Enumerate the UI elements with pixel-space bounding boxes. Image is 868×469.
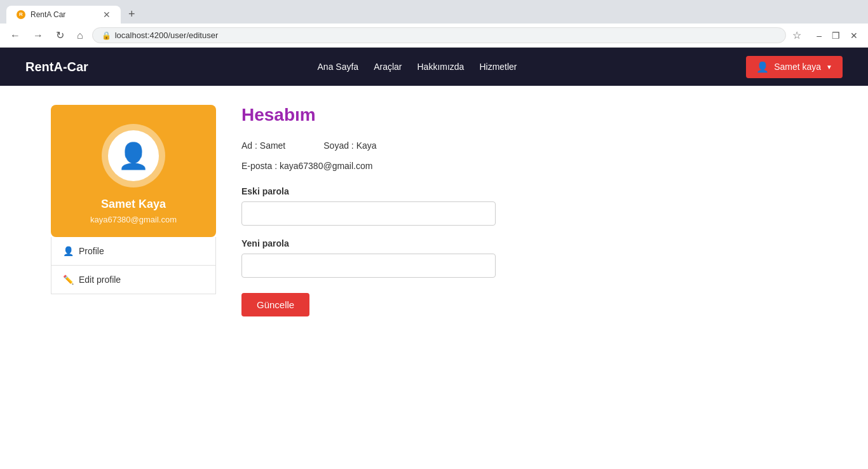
dropdown-chevron-icon: ▼ [826,64,832,71]
user-icon: 👤 [756,61,769,73]
nav-link-hizmetler[interactable]: Hizmetler [479,62,517,72]
navbar-links: Ana Sayfa Araçlar Hakkımızda Hizmetler [318,62,517,72]
avatar-inner: 👤 [108,130,159,181]
profile-name: Samet Kaya [64,198,203,211]
bookmark-button[interactable]: ☆ [791,28,803,43]
browser-controls: ← → ↻ ⌂ 🔒 localhost:4200/user/edituser ☆… [0,24,868,48]
active-tab: R RentA Car ✕ [6,6,121,24]
nav-link-anasayfa[interactable]: Ana Sayfa [318,62,359,72]
email-row: E-posta : kaya67380@gmail.com [241,161,817,171]
sidebar-profile-label: Profile [79,246,104,256]
ad-field: Ad : Samet [241,140,285,151]
nav-link-hakkimizda[interactable]: Hakkımızda [417,62,464,72]
maximize-button[interactable]: ❒ [828,29,844,42]
ad-value: : Samet [255,140,285,151]
info-row-name: Ad : Samet Soyad : Kaya [241,140,817,151]
profile-email: kaya67380@gmail.com [64,215,203,224]
old-password-input[interactable] [241,201,496,226]
close-window-button[interactable]: ✕ [846,29,862,42]
update-button[interactable]: Güncelle [241,293,309,316]
eposta-label: E-posta [241,161,272,171]
back-button[interactable]: ← [6,29,24,43]
account-title: Hesabım [241,105,817,125]
new-password-group: Yeni parola [241,238,817,278]
navbar-brand: RentA-Car [25,60,88,74]
new-password-input[interactable] [241,254,496,278]
tab-bar: R RentA Car ✕ + [6,5,862,24]
soyad-label: Soyad [323,140,349,151]
ad-label: Ad [241,140,252,151]
user-menu-button[interactable]: 👤 Samet kaya ▼ [746,56,843,78]
home-button[interactable]: ⌂ [73,29,87,43]
main-content: 👤 Samet Kaya kaya67380@gmail.com 👤 Profi… [0,86,868,469]
tab-close-button[interactable]: ✕ [103,10,111,20]
tab-favicon: R [17,10,25,19]
soyad-field: Soyad : Kaya [323,140,376,151]
browser-actions: ☆ [791,28,803,43]
avatar-icon: 👤 [118,141,149,171]
sidebar-item-edit-profile[interactable]: ✏️ Edit profile [51,266,215,294]
url-text: localhost:4200/user/edituser [115,31,219,40]
browser-chrome: R RentA Car ✕ + [0,0,868,24]
minimize-button[interactable]: – [813,29,825,42]
lock-icon: 🔒 [102,31,111,40]
new-password-label: Yeni parola [241,238,817,248]
window-controls: – ❒ ✕ [813,29,862,42]
refresh-button[interactable]: ↻ [52,28,68,43]
profile-card: 👤 Samet Kaya kaya67380@gmail.com [51,105,216,237]
eposta-value: : kaya67380@gmail.com [275,161,372,171]
sidebar-edit-label: Edit profile [79,275,121,285]
user-name: Samet kaya [774,62,821,72]
avatar-outer: 👤 [102,124,165,187]
forward-button[interactable]: → [29,29,47,43]
nav-link-araclar[interactable]: Araçlar [374,62,402,72]
sidebar-menu: 👤 Profile ✏️ Edit profile [51,237,216,294]
app-wrapper: RentA-Car Ana Sayfa Araçlar Hakkımızda H… [0,48,868,469]
account-section: Hesabım Ad : Samet Soyad : Kaya E-posta … [216,105,817,451]
sidebar: 👤 Samet Kaya kaya67380@gmail.com 👤 Profi… [51,105,216,451]
tab-title: RentA Car [31,10,65,19]
old-password-label: Eski parola [241,186,817,196]
new-tab-button[interactable]: + [123,5,140,24]
old-password-group: Eski parola [241,186,817,226]
edit-menu-icon: ✏️ [63,275,74,285]
profile-menu-icon: 👤 [63,246,74,256]
sidebar-item-profile[interactable]: 👤 Profile [51,237,215,266]
address-bar[interactable]: 🔒 localhost:4200/user/edituser [92,27,787,43]
navbar: RentA-Car Ana Sayfa Araçlar Hakkımızda H… [0,48,868,86]
avatar-container: 👤 [64,124,203,187]
soyad-value: : Kaya [351,140,377,151]
